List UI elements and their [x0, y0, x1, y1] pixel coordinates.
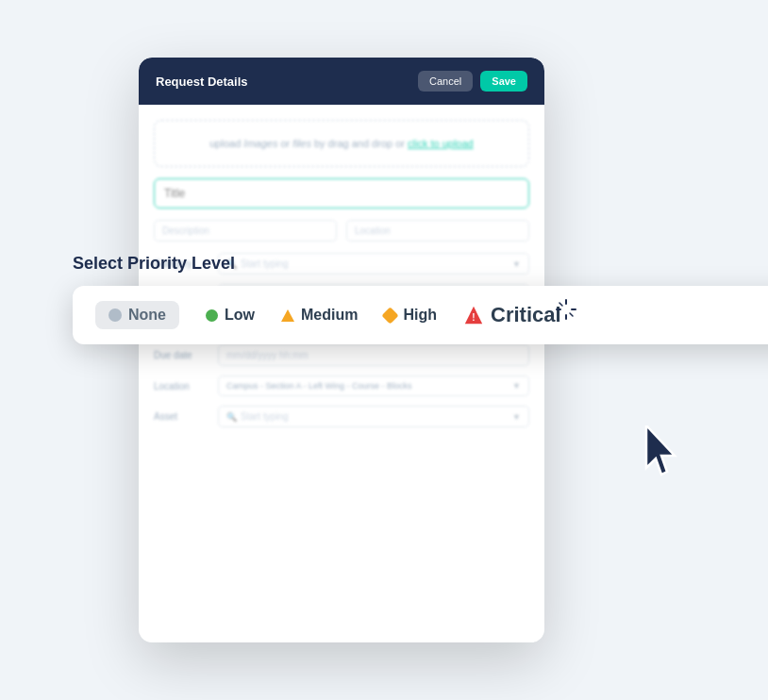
location-value: Campus - Section A - Left Wing - Course …: [226, 381, 412, 391]
category-chevron: ▼: [512, 259, 521, 269]
title-input[interactable]: [154, 178, 529, 208]
priority-low[interactable]: Low: [206, 307, 255, 324]
modal-header: Request Details Cancel Save: [139, 58, 544, 105]
priority-critical[interactable]: ! Critical: [463, 303, 561, 327]
priority-bar: None Low Medium High ! Critical: [73, 286, 768, 344]
asset-input[interactable]: 🔍 Start typing ▼: [218, 406, 529, 427]
upload-link[interactable]: click to upload: [408, 138, 474, 149]
priority-none-label: None: [128, 307, 166, 324]
svg-line-6: [559, 303, 562, 306]
due-date-input[interactable]: mm/dd/yyyy hh:mm: [218, 344, 529, 366]
upload-text: upload Images or files by drag and drop …: [209, 138, 473, 149]
priority-none[interactable]: None: [95, 301, 179, 329]
category-input[interactable]: 🔍 Start typing ▼: [218, 253, 529, 275]
due-date-label: Due date: [154, 350, 210, 360]
modal: Request Details Cancel Save upload Image…: [139, 58, 544, 642]
svg-line-7: [570, 313, 573, 316]
low-icon: [206, 309, 218, 322]
priority-low-label: Low: [225, 307, 255, 324]
save-button[interactable]: Save: [480, 71, 527, 92]
due-date-value: mm/dd/yyyy hh:mm: [226, 350, 309, 360]
category-value: Start typing: [241, 258, 289, 269]
location-placeholder: Location: [346, 220, 529, 242]
cursor-arrow: [639, 425, 686, 482]
none-icon: [109, 308, 122, 322]
asset-value: Start typing: [241, 411, 289, 422]
svg-text:!: !: [472, 312, 475, 323]
asset-row: Asset 🔍 Start typing ▼: [154, 406, 529, 427]
priority-high[interactable]: High: [384, 307, 437, 324]
due-date-row: Due date mm/dd/yyyy hh:mm: [154, 344, 529, 366]
location-input[interactable]: Campus - Section A - Left Wing - Course …: [218, 375, 529, 396]
upload-area[interactable]: upload Images or files by drag and drop …: [154, 120, 529, 167]
critical-icon: !: [463, 305, 484, 325]
priority-medium-label: Medium: [301, 307, 358, 324]
asset-label: Asset: [154, 411, 210, 422]
cancel-button[interactable]: Cancel: [418, 71, 473, 92]
location-chevron: ▼: [512, 381, 521, 391]
header-buttons: Cancel Save: [418, 71, 527, 92]
scene: Request Details Cancel Save upload Image…: [63, 29, 705, 671]
priority-medium[interactable]: Medium: [281, 307, 358, 324]
modal-body: upload Images or files by drag and drop …: [139, 105, 544, 452]
priority-critical-label: Critical: [491, 303, 561, 327]
high-icon: [382, 307, 399, 324]
modal-title: Request Details: [156, 75, 248, 89]
priority-high-label: High: [403, 307, 437, 324]
location-label: Location: [154, 381, 210, 392]
location-row: Location Campus - Section A - Left Wing …: [154, 375, 529, 396]
click-sparkle: [556, 299, 575, 318]
description-placeholder: Description: [154, 220, 337, 242]
desc-location-row: Description Location: [154, 220, 529, 242]
svg-marker-8: [646, 425, 675, 475]
medium-icon: [281, 309, 294, 322]
priority-header-label: Select Priority Level: [73, 254, 235, 274]
asset-chevron: ▼: [512, 412, 521, 422]
